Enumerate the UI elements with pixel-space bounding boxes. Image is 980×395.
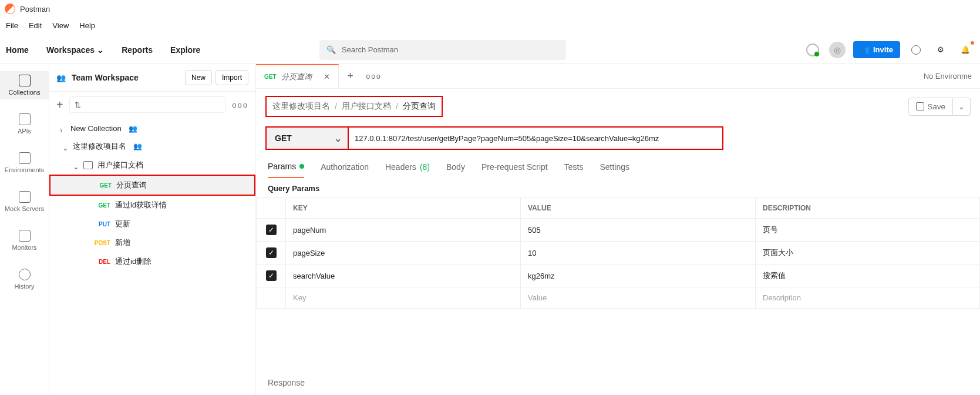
tree-request-2[interactable]: PUT更新 [49, 215, 255, 233]
rail-mock-servers[interactable]: Mock Servers [0, 188, 49, 216]
nav-reports[interactable]: Reports [122, 45, 153, 55]
tab-request[interactable]: GET 分页查询 ✕ [256, 64, 339, 88]
invite-button[interactable]: 👥Invite [853, 41, 900, 58]
tab-settings[interactable]: Settings [600, 158, 629, 178]
tree-new-collection[interactable]: New Collection👥 [49, 120, 255, 137]
save-icon [916, 102, 924, 111]
tab-more-icon[interactable]: ooo [362, 72, 386, 81]
param-value[interactable]: 10 [521, 242, 756, 265]
nav-explore[interactable]: Explore [170, 45, 200, 55]
title-bar: Postman [0, 0, 980, 18]
menu-bar: File Edit View Help [0, 18, 980, 36]
notification-dot-icon [971, 41, 974, 45]
environments-icon [19, 152, 31, 164]
rail-environments[interactable]: Environments [0, 149, 49, 177]
menu-view[interactable]: View [52, 21, 69, 30]
menu-help[interactable]: Help [79, 21, 95, 30]
tab-tests[interactable]: Tests [564, 158, 584, 178]
tree-request-3[interactable]: POST新增 [49, 233, 255, 252]
key-placeholder[interactable]: Key [286, 287, 521, 309]
param-row: ✓ pageNum 505 页号 [257, 219, 980, 242]
tree-request-0[interactable]: GET分页查询 [49, 175, 255, 196]
tree-project[interactable]: 这里修改项目名👥 [49, 137, 255, 156]
caret-down-icon [62, 143, 68, 149]
environment-label[interactable]: No Environme [915, 72, 980, 81]
save-dropdown[interactable]: ⌄ [953, 98, 971, 116]
tab-authorization[interactable]: Authorization [321, 158, 369, 178]
top-nav: Home Workspaces ⌄ Reports Explore 🔍 Sear… [0, 36, 980, 64]
checkbox[interactable]: ✓ [266, 270, 277, 281]
rail-collections[interactable]: Collections [0, 71, 49, 99]
new-button[interactable]: New [185, 70, 212, 85]
nav-workspaces[interactable]: Workspaces ⌄ [46, 45, 104, 55]
settings-icon[interactable]: ⚙ [932, 41, 949, 59]
tab-body[interactable]: Body [446, 158, 465, 178]
collection-tree: New Collection👥 这里修改项目名👥 用户接口文档 GET分页查询 … [49, 118, 255, 273]
breadcrumb-sep: / [335, 102, 337, 111]
desc-placeholder[interactable]: Description [756, 287, 980, 309]
capture-icon[interactable] [907, 41, 925, 59]
breadcrumb-wrap: 这里修改项目名 / 用户接口文档 / 分页查询 Save ⌄ [256, 89, 980, 117]
search-icon: 🔍 [326, 45, 336, 54]
tab-params[interactable]: Params [268, 158, 304, 178]
method-badge: DEL [94, 259, 110, 265]
save-area: Save ⌄ [908, 98, 971, 116]
add-icon[interactable]: + [56, 98, 63, 112]
param-value[interactable]: 505 [521, 219, 756, 242]
tree-request-1[interactable]: GET通过id获取详情 [49, 196, 255, 215]
param-desc[interactable]: 搜索值 [756, 265, 980, 287]
breadcrumb-folder[interactable]: 用户接口文档 [342, 101, 391, 112]
param-desc[interactable]: 页面大小 [756, 242, 980, 265]
param-desc[interactable]: 页号 [756, 219, 980, 242]
top-right: ◎ 👥Invite ⚙ 🔔 [804, 41, 974, 59]
tabs-row: GET 分页查询 ✕ + ooo No Environme [256, 64, 980, 89]
rail-apis[interactable]: APIs [0, 110, 49, 138]
sync-icon[interactable] [804, 41, 821, 59]
url-input[interactable]: 127.0.0.1:8072/test/user/getByPage?pageN… [348, 126, 723, 150]
tab-headers[interactable]: Headers (8) [385, 158, 430, 178]
notifications-icon[interactable]: 🔔 [957, 41, 974, 59]
menu-edit[interactable]: Edit [29, 21, 42, 30]
col-description: DESCRIPTION [756, 198, 980, 219]
import-button[interactable]: Import [215, 70, 248, 85]
avatar[interactable]: ◎ [829, 41, 846, 59]
close-icon[interactable]: ✕ [324, 72, 330, 81]
method-badge: PUT [94, 221, 110, 227]
method-badge: GET [95, 182, 112, 189]
more-icon[interactable]: ooo [232, 101, 248, 109]
param-key[interactable]: pageSize [286, 242, 521, 265]
people-icon: 👥 [56, 73, 66, 82]
section-title: Query Params [256, 178, 980, 198]
param-key[interactable]: pageNum [286, 219, 521, 242]
rail-monitors[interactable]: Monitors [0, 226, 49, 255]
param-value[interactable]: kg26mz [521, 265, 756, 287]
postman-logo-icon [5, 4, 15, 14]
checkbox[interactable]: ✓ [266, 225, 277, 235]
sidebar: 👥 Team Workspace New Import + ⇅ ooo New … [49, 64, 256, 395]
tree-request-4[interactable]: DEL通过id删除 [49, 252, 255, 271]
nav-home[interactable]: Home [6, 45, 29, 55]
people-plus-icon: 👥 [860, 45, 870, 54]
col-value: VALUE [521, 198, 756, 219]
tab-prerequest[interactable]: Pre-request Script [481, 158, 548, 178]
tree-folder[interactable]: 用户接口文档 [49, 156, 255, 175]
param-key[interactable]: searchValue [286, 265, 521, 287]
response-label: Response [256, 367, 980, 395]
search-input[interactable]: 🔍 Search Postman [319, 40, 566, 60]
method-badge: GET [94, 202, 110, 209]
history-icon [19, 269, 31, 280]
filter-input[interactable]: ⇅ [69, 96, 227, 113]
value-placeholder[interactable]: Value [521, 287, 756, 309]
checkbox[interactable]: ✓ [266, 247, 277, 258]
save-button[interactable]: Save [908, 98, 953, 116]
rail-history[interactable]: History [0, 265, 49, 293]
method-select[interactable]: GET [265, 126, 348, 150]
content: GET 分页查询 ✕ + ooo No Environme 这里修改项目名 / … [256, 64, 980, 395]
add-tab-icon[interactable]: + [339, 70, 362, 82]
dot-icon [299, 164, 304, 169]
apis-icon [19, 113, 31, 125]
method-badge: POST [94, 240, 110, 246]
menu-file[interactable]: File [6, 21, 18, 30]
content-inner: GET 分页查询 ✕ + ooo No Environme 这里修改项目名 / … [256, 64, 980, 395]
breadcrumb-project[interactable]: 这里修改项目名 [272, 101, 330, 112]
